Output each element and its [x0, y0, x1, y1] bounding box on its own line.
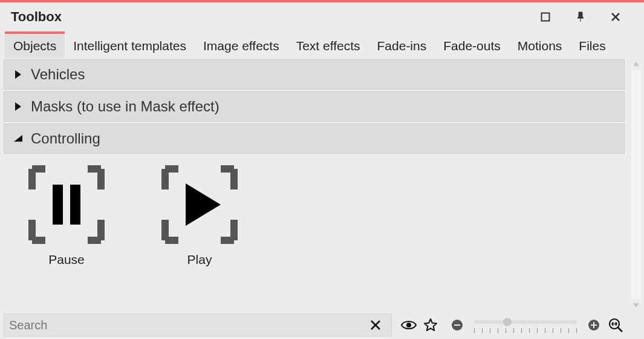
zoom-track — [474, 320, 577, 324]
zoom-slider[interactable] — [474, 316, 577, 334]
zoom-thumb[interactable] — [503, 318, 512, 326]
category-controlling-content: Pause Play — [4, 156, 625, 272]
tab-label: Files — [579, 39, 605, 53]
close-button[interactable] — [598, 2, 633, 31]
category-controlling[interactable]: Controlling — [4, 123, 625, 154]
chevron-right-icon — [11, 102, 25, 111]
tab-text-effects[interactable]: Text effects — [288, 31, 369, 58]
minus-circle-icon — [451, 319, 463, 331]
maximize-button[interactable] — [528, 2, 563, 31]
category-label: Masks (to use in Mask effect) — [31, 98, 220, 115]
tab-label: Objects — [13, 39, 56, 53]
zoom-fit-button[interactable] — [605, 317, 626, 333]
star-icon — [423, 318, 438, 332]
zoom-out-button[interactable] — [446, 319, 468, 331]
tab-label: Intelligent templates — [73, 39, 186, 53]
clear-search-button[interactable] — [365, 319, 386, 331]
content-area: Vehicles Masks (to use in Mask effect) C… — [0, 58, 644, 311]
object-label: Play — [187, 252, 212, 267]
object-label: Pause — [48, 252, 85, 267]
tab-label: Fade-outs — [443, 39, 501, 53]
plus-circle-icon — [588, 319, 600, 331]
close-icon — [369, 319, 382, 331]
zoom-fit-icon — [608, 317, 623, 333]
svg-rect-1 — [53, 185, 63, 225]
tab-fade-ins[interactable]: Fade-ins — [369, 31, 435, 58]
svg-rect-0 — [542, 13, 550, 21]
search-wrap — [4, 314, 392, 337]
window-title: Toolbox — [11, 9, 62, 25]
tab-label: Image effects — [203, 39, 279, 53]
preview-button[interactable] — [398, 320, 420, 331]
statusbar — [0, 311, 644, 339]
maximize-icon — [541, 12, 550, 22]
zoom-control — [446, 316, 605, 334]
vertical-scrollbar[interactable] — [628, 58, 644, 311]
object-pause[interactable]: Pause — [18, 165, 115, 267]
zoom-in-button[interactable] — [583, 319, 605, 331]
scroll-area: Vehicles Masks (to use in Mask effect) C… — [0, 58, 628, 311]
pause-icon — [27, 165, 106, 244]
pin-button[interactable] — [563, 2, 598, 31]
category-label: Controlling — [31, 130, 100, 147]
pin-icon — [575, 12, 586, 22]
favorite-button[interactable] — [420, 318, 441, 332]
svg-rect-2 — [70, 185, 80, 225]
tab-motions[interactable]: Motions — [509, 31, 571, 58]
scroll-down-icon[interactable] — [633, 299, 640, 309]
category-vehicles[interactable]: Vehicles — [4, 59, 625, 90]
tab-objects[interactable]: Objects — [5, 31, 65, 58]
tab-image-effects[interactable]: Image effects — [195, 31, 288, 58]
tab-label: Motions — [518, 39, 562, 53]
tab-label: Fade-ins — [377, 39, 427, 53]
eye-icon — [401, 320, 417, 331]
category-label: Vehicles — [31, 66, 85, 83]
scrollbar-track[interactable] — [631, 70, 641, 299]
titlebar: Toolbox — [0, 2, 644, 31]
object-play[interactable]: Play — [151, 165, 248, 267]
toolbox-window: Toolbox Objects Intelligent templates Im… — [0, 0, 644, 339]
svg-rect-8 — [593, 322, 594, 328]
scroll-up-icon[interactable] — [633, 61, 640, 70]
svg-point-3 — [406, 323, 411, 327]
search-input[interactable] — [9, 318, 365, 332]
category-masks[interactable]: Masks (to use in Mask effect) — [4, 91, 625, 122]
close-icon — [610, 12, 621, 22]
chevron-right-icon — [11, 70, 25, 79]
tab-intelligent-templates[interactable]: Intelligent templates — [65, 31, 195, 58]
chevron-down-icon — [11, 134, 25, 143]
tab-label: Text effects — [296, 39, 360, 53]
tab-files[interactable]: Files — [570, 31, 614, 58]
svg-rect-5 — [454, 324, 460, 326]
tab-fade-outs[interactable]: Fade-outs — [435, 31, 509, 58]
play-icon — [160, 165, 239, 244]
tab-bar: Objects Intelligent templates Image effe… — [0, 31, 644, 58]
zoom-ticks — [474, 328, 577, 334]
category-list: Vehicles Masks (to use in Mask effect) C… — [0, 58, 628, 272]
